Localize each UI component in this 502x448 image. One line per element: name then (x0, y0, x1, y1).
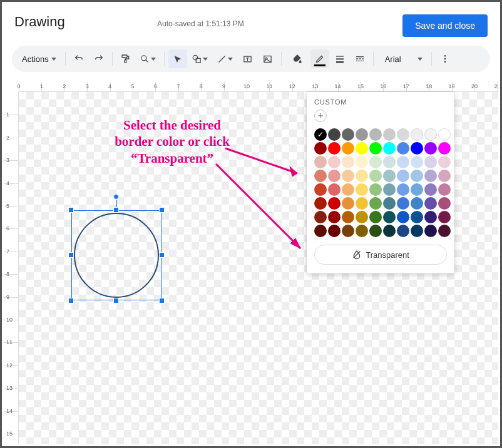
color-swatch[interactable] (411, 170, 423, 182)
color-swatch[interactable] (424, 183, 437, 196)
border-color-button[interactable] (310, 49, 329, 68)
color-swatch[interactable] (411, 225, 423, 237)
color-swatch[interactable] (397, 156, 409, 168)
actions-menu[interactable]: Actions (17, 49, 61, 68)
color-swatch[interactable] (314, 197, 327, 210)
color-swatch[interactable] (328, 156, 341, 168)
color-swatch[interactable] (397, 211, 409, 223)
color-swatch[interactable] (383, 225, 396, 237)
color-swatch[interactable] (397, 225, 409, 237)
color-swatch[interactable] (356, 142, 368, 155)
color-swatch[interactable] (369, 183, 382, 196)
resize-handle-nw[interactable] (68, 207, 74, 213)
resize-handle-s[interactable] (113, 298, 119, 303)
color-swatch[interactable] (342, 211, 354, 223)
image-tool[interactable] (259, 49, 277, 68)
border-weight-button[interactable] (330, 49, 349, 68)
color-swatch[interactable] (438, 142, 451, 155)
resize-handle-se[interactable] (159, 298, 165, 303)
color-swatch[interactable] (342, 225, 354, 237)
color-swatch[interactable] (342, 128, 354, 141)
color-swatch[interactable] (328, 128, 341, 141)
resize-handle-n[interactable] (113, 207, 119, 213)
color-swatch[interactable] (438, 225, 451, 237)
color-swatch[interactable] (342, 197, 354, 210)
color-swatch[interactable] (424, 225, 437, 237)
color-swatch[interactable] (342, 142, 354, 155)
color-swatch[interactable] (424, 156, 437, 168)
resize-handle-ne[interactable] (159, 207, 165, 213)
color-swatch[interactable] (383, 211, 396, 223)
color-swatch[interactable] (328, 211, 341, 223)
color-swatch[interactable] (314, 156, 327, 168)
color-swatch[interactable] (328, 197, 341, 210)
color-swatch[interactable] (314, 142, 327, 155)
color-swatch[interactable] (342, 156, 354, 168)
color-swatch[interactable] (342, 170, 354, 182)
border-dash-button[interactable] (351, 49, 369, 68)
color-swatch[interactable] (369, 211, 382, 223)
save-and-close-button[interactable]: Save and close (402, 14, 488, 37)
color-swatch[interactable] (328, 225, 341, 237)
color-swatch[interactable]: ✓ (314, 128, 327, 141)
color-swatch[interactable] (369, 156, 382, 168)
color-swatch[interactable] (369, 197, 382, 210)
font-selector[interactable]: Arial (377, 49, 428, 68)
color-swatch[interactable] (369, 142, 382, 155)
textbox-tool[interactable] (238, 49, 257, 68)
color-swatch[interactable] (424, 142, 437, 155)
color-swatch[interactable] (328, 183, 341, 196)
color-swatch[interactable] (328, 142, 341, 155)
color-swatch[interactable] (356, 197, 368, 210)
line-tool[interactable] (213, 49, 237, 68)
color-swatch[interactable] (342, 183, 354, 196)
color-swatch[interactable] (356, 170, 368, 182)
color-swatch[interactable] (424, 170, 437, 182)
more-menu[interactable] (436, 49, 454, 68)
add-custom-color-button[interactable] (314, 109, 327, 122)
color-swatch[interactable] (411, 142, 423, 155)
color-swatch[interactable] (397, 183, 409, 196)
color-swatch[interactable] (438, 197, 451, 210)
transparent-button[interactable]: Transparent (314, 245, 447, 265)
redo-button[interactable] (90, 49, 108, 68)
color-swatch[interactable] (438, 170, 451, 182)
color-swatch[interactable] (424, 211, 437, 223)
color-swatch[interactable] (411, 197, 423, 210)
color-swatch[interactable] (383, 197, 396, 210)
zoom-dropdown[interactable] (136, 49, 160, 68)
color-swatch[interactable] (397, 170, 409, 182)
color-swatch[interactable] (424, 128, 437, 141)
color-swatch[interactable] (356, 183, 368, 196)
shape-tool[interactable] (188, 49, 212, 68)
color-swatch[interactable] (397, 128, 409, 141)
color-swatch[interactable] (314, 183, 327, 196)
color-swatch[interactable] (383, 156, 396, 168)
color-swatch[interactable] (411, 156, 423, 168)
color-swatch[interactable] (438, 128, 451, 141)
color-swatch[interactable] (411, 183, 423, 196)
color-swatch[interactable] (356, 156, 368, 168)
paint-format-button[interactable] (116, 49, 135, 68)
color-swatch[interactable] (314, 170, 327, 182)
color-swatch[interactable] (411, 128, 423, 141)
canvas[interactable]: Select the desired border color or click… (19, 92, 498, 444)
undo-button[interactable] (69, 49, 88, 68)
color-swatch[interactable] (369, 225, 382, 237)
color-swatch[interactable] (383, 170, 396, 182)
color-swatch[interactable] (328, 170, 341, 182)
color-swatch[interactable] (424, 197, 437, 210)
color-swatch[interactable] (369, 128, 382, 141)
rotate-handle[interactable] (113, 194, 119, 200)
color-swatch[interactable] (438, 211, 451, 223)
color-swatch[interactable] (356, 211, 368, 223)
color-swatch[interactable] (356, 128, 368, 141)
color-swatch[interactable] (397, 142, 409, 155)
circle-shape[interactable] (74, 213, 159, 298)
color-swatch[interactable] (383, 142, 396, 155)
resize-handle-w[interactable] (68, 252, 74, 258)
color-swatch[interactable] (314, 225, 327, 237)
color-swatch[interactable] (383, 128, 396, 141)
color-swatch[interactable] (383, 183, 396, 196)
color-swatch[interactable] (314, 211, 327, 223)
